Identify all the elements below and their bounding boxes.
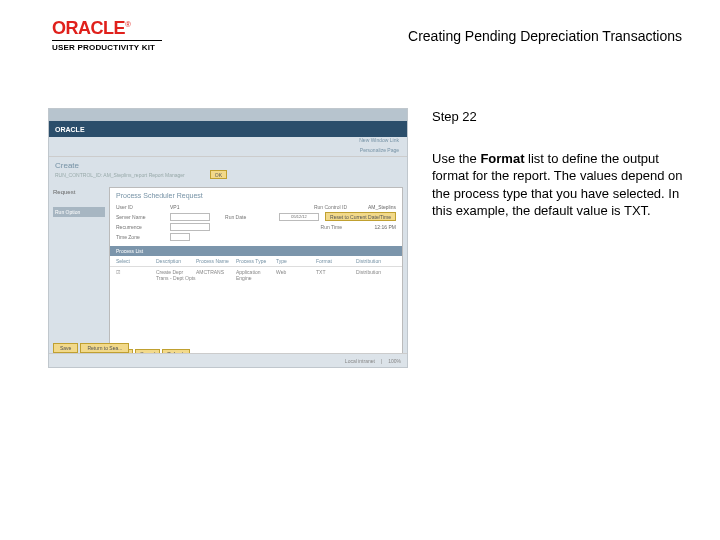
userid-label: User ID <box>116 204 164 210</box>
recurrence-label: Recurrence <box>116 224 164 230</box>
server-input[interactable] <box>170 213 210 221</box>
request-label: Request <box>53 189 105 195</box>
oracle-upk-logo: ORACLE® USER PRODUCTIVITY KIT <box>52 18 162 52</box>
rundate-label: Run Date <box>225 214 273 220</box>
instruction-panel: Step 22 Use the Format list to define th… <box>432 108 684 220</box>
app-linkbar: New Window Link <box>49 137 407 147</box>
oracle-wordmark: ORACLE® <box>52 18 162 39</box>
return-tab[interactable]: Return to Sea... <box>80 343 129 353</box>
app-screenshot: ORACLE New Window Link Personalize Page … <box>48 108 408 368</box>
instruction-text: Use the Format list to define the output… <box>432 150 684 220</box>
runtime-value: 12:16 PM <box>375 224 396 230</box>
process-list-header: Select Description Process Name Process … <box>110 256 402 267</box>
app-linkbar2: Personalize Page <box>49 147 407 157</box>
modal-title: Process Scheduler Request <box>110 188 402 203</box>
app-left-column: Request Run Option <box>49 183 109 363</box>
recurrence-input[interactable] <box>170 223 210 231</box>
server-label: Server Name <box>116 214 164 220</box>
app-topnav <box>49 109 407 121</box>
runctl-label: Run Control ID <box>314 204 362 210</box>
page-title: Creating Pending Depreciation Transactio… <box>408 28 682 44</box>
app-brand-band: ORACLE <box>49 121 407 137</box>
step-number: Step 22 <box>432 108 684 126</box>
timezone-label: Time Zone <box>116 234 164 240</box>
save-tab[interactable]: Save <box>53 343 78 353</box>
app-run-control-label: RUN_CONTROL_ID: AM_Steplins_report Repor… <box>49 170 407 183</box>
process-scheduler-modal: Process Scheduler Request User ID VP1 Ru… <box>109 187 403 363</box>
browser-statusbar: Local intranet | 100% <box>49 353 407 367</box>
app-bottom-tabs: Save Return to Sea... <box>53 343 129 353</box>
process-list-band: Process List <box>110 246 402 256</box>
format-dropdown[interactable]: TXT <box>316 269 356 281</box>
select-checkbox[interactable]: ☑ <box>116 269 156 281</box>
userid-value: VP1 <box>170 204 179 210</box>
timezone-input[interactable] <box>170 233 190 241</box>
logo-rule <box>52 40 162 41</box>
ok-button[interactable]: OK <box>210 170 227 179</box>
reset-datetime-button[interactable]: Reset to Current Date/Time <box>325 212 396 221</box>
process-list-row[interactable]: ☑ Create Depr Trans - Dept Opts AMCTRANS… <box>110 267 402 283</box>
rundate-input[interactable]: 05/12/12 <box>279 213 319 221</box>
upk-subtitle: USER PRODUCTIVITY KIT <box>52 43 162 52</box>
app-section-heading: Create <box>49 157 407 170</box>
runctl-value: AM_Steplins <box>368 204 396 210</box>
runtime-label: Run Time <box>321 224 369 230</box>
run-option-label: Run Option <box>53 207 105 217</box>
